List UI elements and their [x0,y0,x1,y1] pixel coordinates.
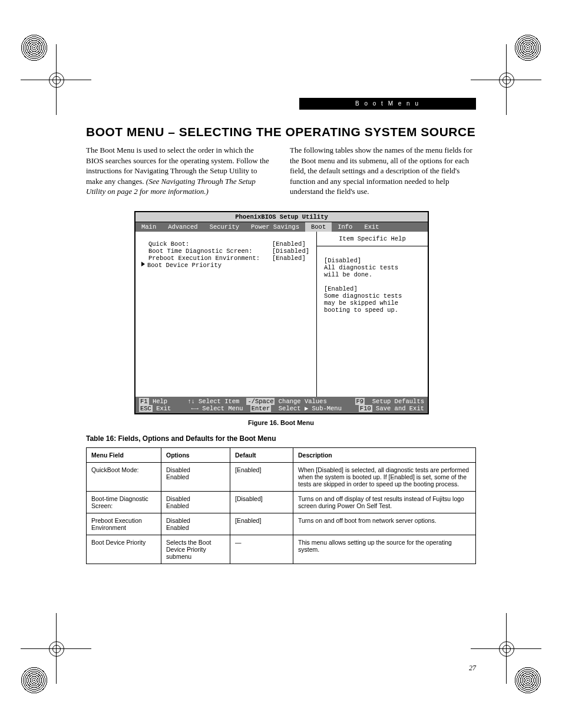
bios-settings-pane: Quick Boot:[Enabled]Boot Time Diagnostic… [135,232,317,397]
bios-help-line: [Enabled] [324,285,421,292]
registration-mark [485,628,527,669]
bios-help-title: Item Specific Help [317,232,428,246]
registration-mark [35,59,77,100]
page-number: 27 [469,664,476,673]
bios-menu-item: Security [204,222,245,232]
key-space: -/Space [246,398,275,405]
bios-screenshot: PhoenixBIOS Setup Utility MainAdvancedSe… [134,211,429,414]
key-f10: F10 [359,405,372,412]
bios-menu-item: Exit [358,222,385,232]
bios-menu-item: Advanced [162,222,203,232]
print-mark [21,667,48,694]
table-header: Description [293,447,476,462]
bios-menu-item: Main [135,222,162,232]
key-f9: F9 [355,398,365,405]
bios-setting-row: Preboot Execution Environment:[Enabled] [148,255,309,262]
bios-help-line: Some diagnostic tests [324,292,421,299]
registration-mark [35,628,77,669]
bios-help-line: may be skipped while [324,299,421,307]
bios-title: PhoenixBIOS Setup Utility [135,212,428,222]
print-mark [21,34,48,61]
bios-setting-row: Quick Boot:[Enabled] [148,241,309,248]
bios-help-line: [Disabled] [324,257,421,264]
page-title: BOOT MENU – SELECTING THE OPERATING SYST… [86,125,476,139]
registration-mark [485,59,527,100]
key-enter: Enter [250,405,272,412]
bios-submenu-row: Boot Device Priority [148,262,309,269]
table-header: Default [230,447,293,462]
figure-caption: Figure 16. Boot Menu [86,419,476,426]
bios-help-line: will be done. [324,271,421,278]
key-esc: ESC [139,405,153,412]
print-mark [514,667,541,694]
bios-menu-item: Boot [305,222,332,232]
print-mark [514,34,541,61]
table-row: Boot-time Diagnostic Screen:DisabledEnab… [87,491,476,513]
table-row: Boot Device PrioritySelects the Boot Dev… [87,535,476,564]
table-row: Preboot Execution EnvironmentDisabledEna… [87,513,476,535]
table-header: Options [161,447,230,462]
bios-footer: F1 Help ↑↓ Select Item -/Space Change Va… [135,397,428,413]
fields-table: Menu FieldOptionsDefaultDescription Quic… [86,447,476,564]
key-f1: F1 [139,398,149,405]
table-header: Menu Field [87,447,161,462]
intro-right-text: The following tables show the names of t… [290,145,476,197]
bios-help-pane: Item Specific Help [Disabled]All diagnos… [317,232,428,397]
bios-help-line: All diagnostic tests [324,264,421,271]
table-caption: Table 16: Fields, Options and Defaults f… [86,434,476,443]
bios-help-line [324,278,421,285]
section-header-bar: B o o t M e n u [299,98,476,110]
bios-help-line: booting to speed up. [324,307,421,314]
bios-menu-item: Info [332,222,358,232]
intro-columns: The Boot Menu is used to select the orde… [86,145,476,202]
table-row: QuickBoot Mode:DisabledEnabled[Enabled]W… [87,462,476,491]
bios-menu-item: Power Savings [245,222,305,232]
triangle-icon [141,262,145,266]
bios-menubar: MainAdvancedSecurityPower SavingsBootInf… [135,222,428,232]
bios-setting-row: Boot Time Diagnostic Screen:[Disabled] [148,248,309,255]
